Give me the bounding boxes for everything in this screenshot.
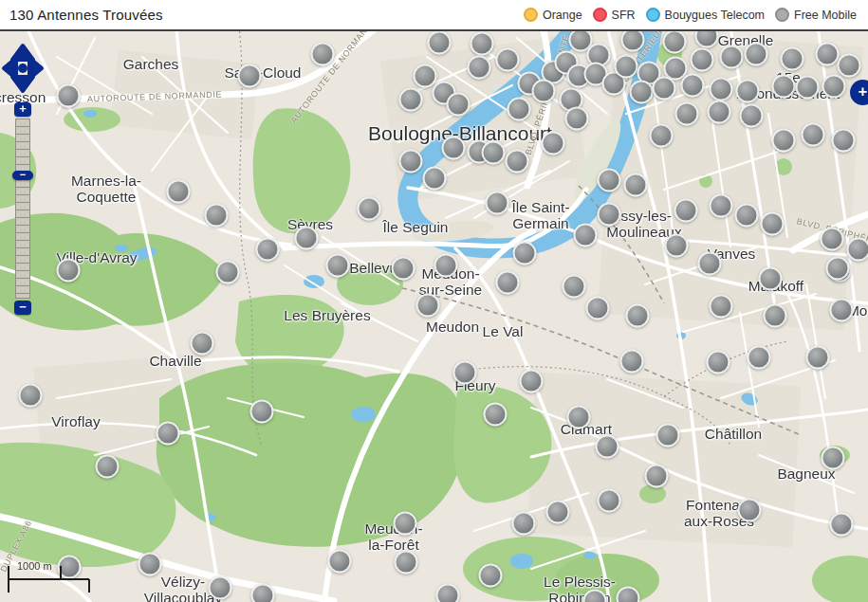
antenna-marker[interactable]	[484, 403, 508, 427]
pan-left-button[interactable]	[4, 58, 16, 79]
antenna-marker[interactable]	[496, 271, 520, 295]
legend-item-free-mobile[interactable]: Free Mobile	[775, 8, 857, 22]
legend-item-sfr[interactable]: SFR	[593, 8, 636, 22]
antenna-marker[interactable]	[482, 141, 506, 165]
antenna-marker[interactable]	[436, 584, 460, 602]
antenna-marker[interactable]	[57, 84, 81, 108]
antenna-marker[interactable]	[761, 212, 785, 236]
antenna-marker[interactable]	[96, 455, 120, 479]
legend-item-orange[interactable]: Orange	[524, 8, 582, 22]
antenna-marker[interactable]	[781, 47, 804, 71]
antenna-marker[interactable]	[748, 346, 771, 370]
antenna-marker[interactable]	[428, 31, 452, 55]
antenna-marker[interactable]	[486, 192, 509, 215]
antenna-marker[interactable]	[508, 98, 531, 121]
antenna-marker[interactable]	[764, 304, 787, 328]
antenna-marker[interactable]	[574, 224, 598, 247]
antenna-marker[interactable]	[598, 489, 621, 513]
antenna-marker[interactable]	[295, 227, 319, 250]
antenna-marker[interactable]	[653, 77, 676, 100]
antenna-marker[interactable]	[738, 499, 762, 522]
antenna-marker[interactable]	[311, 43, 335, 66]
antenna-marker[interactable]	[512, 512, 536, 536]
zoom-out-button[interactable]: −	[14, 301, 31, 315]
antenna-marker[interactable]	[328, 550, 352, 574]
antenna-marker[interactable]	[423, 167, 447, 191]
antenna-marker[interactable]	[506, 150, 529, 173]
legend-item-bouygues-telecom[interactable]: Bouygues Telecom	[646, 8, 765, 22]
antenna-marker[interactable]	[586, 297, 610, 320]
antenna-marker[interactable]	[838, 54, 861, 78]
antenna-marker[interactable]	[399, 88, 423, 112]
antenna-marker[interactable]	[821, 228, 844, 251]
antenna-marker[interactable]	[598, 169, 621, 192]
antenna-marker[interactable]	[414, 64, 437, 88]
antenna-marker[interactable]	[691, 48, 714, 72]
antenna-marker[interactable]	[663, 30, 687, 54]
antenna-marker[interactable]	[447, 93, 471, 117]
antenna-marker[interactable]	[596, 435, 619, 459]
antenna-marker[interactable]	[720, 46, 744, 69]
antenna-marker[interactable]	[209, 576, 232, 600]
antenna-marker[interactable]	[681, 74, 705, 98]
antenna-marker[interactable]	[399, 150, 423, 173]
antenna-marker[interactable]	[563, 275, 586, 299]
antenna-marker[interactable]	[707, 351, 730, 374]
antenna-marker[interactable]	[251, 584, 275, 602]
antenna-marker[interactable]	[468, 56, 491, 80]
antenna-marker[interactable]	[238, 64, 262, 88]
antenna-marker[interactable]	[392, 257, 416, 281]
antenna-marker[interactable]	[736, 80, 760, 103]
antenna-marker[interactable]	[205, 204, 229, 228]
antenna-marker[interactable]	[674, 199, 698, 223]
antenna-marker[interactable]	[513, 242, 537, 265]
antenna-marker[interactable]	[796, 76, 820, 100]
antenna-marker[interactable]	[826, 257, 850, 281]
antenna-marker[interactable]	[191, 332, 214, 356]
antenna-marker[interactable]	[565, 107, 589, 131]
antenna-marker[interactable]	[698, 252, 722, 276]
antenna-marker[interactable]	[598, 203, 621, 227]
antenna-marker[interactable]	[471, 32, 494, 56]
antenna-marker[interactable]	[710, 78, 733, 101]
antenna-marker[interactable]	[395, 551, 418, 575]
antenna-marker[interactable]	[621, 28, 645, 52]
antenna-marker[interactable]	[665, 234, 689, 258]
antenna-marker[interactable]	[832, 129, 856, 153]
antenna-marker[interactable]	[394, 512, 417, 536]
antenna-marker[interactable]	[358, 197, 381, 221]
pan-right-button[interactable]	[29, 58, 42, 79]
antenna-marker[interactable]	[416, 294, 440, 318]
antenna-marker[interactable]	[645, 465, 669, 488]
antenna-marker[interactable]	[708, 100, 731, 124]
antenna-marker[interactable]	[822, 75, 846, 99]
antenna-marker[interactable]	[675, 102, 699, 126]
antenna-marker[interactable]	[546, 501, 570, 524]
antenna-marker[interactable]	[772, 75, 796, 99]
antenna-marker[interactable]	[19, 384, 43, 408]
antenna-marker[interactable]	[630, 81, 654, 104]
zoom-slider-track[interactable]: −	[15, 119, 30, 299]
antenna-marker[interactable]	[806, 346, 830, 370]
antenna-marker[interactable]	[567, 406, 591, 429]
antenna-marker[interactable]	[802, 123, 825, 147]
antenna-marker[interactable]	[57, 259, 81, 283]
antenna-marker[interactable]	[167, 180, 191, 204]
antenna-marker[interactable]	[650, 124, 674, 148]
antenna-marker[interactable]	[532, 80, 556, 103]
antenna-marker[interactable]	[615, 55, 638, 79]
pan-center[interactable]	[20, 65, 26, 71]
antenna-marker[interactable]	[816, 43, 840, 66]
antenna-marker[interactable]	[830, 299, 854, 322]
antenna-marker[interactable]	[216, 261, 240, 284]
antenna-marker[interactable]	[542, 132, 565, 155]
antenna-marker[interactable]	[157, 422, 180, 446]
zoom-slider-handle[interactable]: −	[12, 171, 33, 180]
antenna-marker[interactable]	[442, 137, 466, 160]
antenna-marker[interactable]	[745, 43, 768, 66]
antenna-marker[interactable]	[626, 304, 650, 328]
antenna-marker[interactable]	[710, 194, 733, 218]
antenna-marker[interactable]	[759, 267, 783, 291]
antenna-marker[interactable]	[496, 48, 520, 72]
map-canvas[interactable]: GarchesSaint-CloudBoulogne-BillancourtGr…	[0, 0, 868, 602]
